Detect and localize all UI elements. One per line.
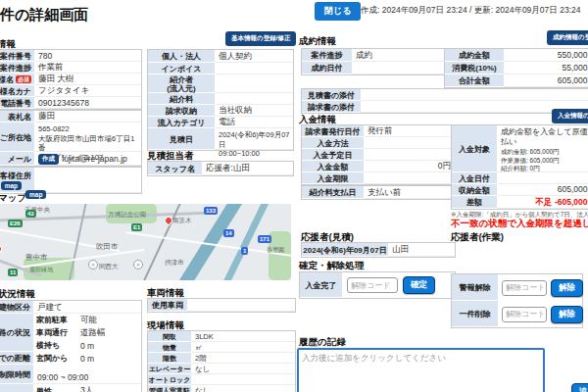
mail-value: 作成 fujita@re-japan.jp — [34, 152, 141, 166]
basic-table-left: 案件番号780 案件進捗作業前 お客様名必須藤田 大樹 お客様名カナフジタタイキ… — [0, 49, 142, 110]
shortfall-value: 不足 -605,000円 — [497, 196, 588, 209]
field-label: 請求書の添付 — [302, 101, 361, 113]
referrer-label-line2: (流入元) — [167, 84, 195, 93]
customer-address-map-button[interactable]: map — [1, 181, 22, 190]
field-value: ㎥ — [191, 342, 295, 353]
field-label: 収納金額 — [452, 184, 497, 196]
map-route-shield: 1 — [241, 247, 248, 255]
field-value — [364, 172, 455, 184]
map-label: 千里中央 — [24, 206, 50, 215]
field-label: 案件進捗 — [302, 49, 352, 62]
status-table: 建物区分戸建て 道路の状況 家前駐車可能 車両通行道路幅 横持ち0 m 家までの… — [0, 300, 142, 392]
field-label — [0, 384, 33, 392]
field-value: 0 m — [80, 352, 141, 365]
field-value: 戸建て — [33, 301, 141, 314]
field-label: 合計金額 — [445, 74, 504, 87]
page-title: 案件の詳細画面 — [0, 6, 88, 24]
customer-name-label: お客様名 — [0, 75, 14, 84]
field-value — [364, 149, 455, 161]
field-value: 550,000円 — [504, 49, 588, 62]
case-detail-page: { "page": { "title": "案件の詳細画面", "close_b… — [0, 0, 588, 392]
payment-target-main: 成約金額を入金して原価支払い — [501, 127, 588, 146]
map-route-shield: E1 — [131, 223, 142, 231]
basic-edit-button[interactable]: 基本情報の登録/修正 — [225, 31, 296, 46]
alarm-release-code-input[interactable] — [502, 280, 547, 296]
estimate-date-label: 見積日 — [148, 128, 215, 150]
field-value: 605,000円 — [497, 184, 588, 196]
created-updated-meta: 作成: 2024年09月07日 23:24 / 更新: 2024年09月07日 … — [361, 5, 580, 17]
close-button[interactable]: 閉じる — [315, 2, 361, 21]
confirm-button[interactable]: 確定 — [403, 276, 435, 294]
field-label: 紹介料支払日 — [302, 186, 364, 199]
field-label: 請求書発行日付 — [302, 125, 364, 137]
field-label: 表札名 — [0, 111, 34, 122]
field-value: 0 m — [80, 339, 141, 352]
history-add-button[interactable]: 追加 — [571, 383, 588, 392]
mail-address: fujita@re-japan.jp — [62, 154, 127, 164]
payment-target-detail: 成約金額: 605,000円 — [501, 148, 588, 157]
field-label: 成約金額 — [445, 49, 504, 62]
field-label: 使用車両 — [148, 299, 187, 312]
field-value: 09012345678 — [34, 97, 141, 109]
mail-create-button[interactable]: 作成 — [38, 154, 59, 165]
map-label: 南茨木 — [172, 217, 192, 225]
address-line: 大阪府吹田市山田市場6丁目1番 — [38, 134, 141, 153]
map-poi-icon: ✕ — [88, 260, 98, 270]
contract-edit-button[interactable]: 成約情報の登録/修正 — [547, 30, 588, 45]
field-value: なし — [191, 364, 295, 374]
field-value: 個人契約 — [215, 50, 293, 63]
payment-table-referral: 紹介料支払日支払い前 — [301, 185, 456, 200]
field-value: フジタタイキ — [34, 85, 141, 97]
field-label: 個人・法人 — [148, 50, 215, 63]
field-label: インボイス — [148, 63, 215, 74]
map-label: 摂津市 — [165, 259, 184, 268]
field-label: 入金方法 — [302, 137, 364, 149]
mail-label: メール — [0, 152, 34, 166]
payment-target-label: 入金対象 — [452, 125, 497, 172]
estimate-date-line: 09:00~10:00 — [219, 149, 293, 159]
supporter-name: 山田 — [388, 243, 455, 257]
contract-table-attach: 見積書の添付 請求書の添付 — [301, 88, 588, 114]
delete-one-code-input[interactable] — [502, 307, 547, 322]
payment-target-value: 成約金額を入金して原価支払い 成約金額: 605,000円 作業原価: 605,… — [497, 125, 588, 172]
field-label: 案件番号 — [0, 50, 34, 62]
field-value: 3LDK — [191, 331, 295, 342]
map-label: 関西大 — [99, 263, 119, 271]
delete-one-button[interactable]: 解除 — [551, 306, 583, 323]
history-textarea[interactable] — [297, 348, 545, 392]
field-value: なし — [191, 385, 295, 392]
field-value: 藤田 — [34, 111, 141, 122]
field-label: 差額 — [452, 196, 497, 209]
basic-table-custaddr: お客様住所 map — [0, 167, 142, 194]
field-value: 可能 — [80, 314, 141, 326]
payment-target-detail: 作業原価: 605,000円 — [501, 157, 588, 166]
payment-done-code-input[interactable] — [347, 277, 398, 293]
field-value: 支払い前 — [364, 186, 455, 199]
field-label: 消費税(10%) — [445, 62, 504, 74]
distance-label: 家までの距離 — [0, 352, 33, 365]
map-open-button[interactable]: map — [25, 190, 46, 199]
field-value — [352, 62, 455, 74]
alarm-release-label: 警報解除 — [452, 274, 498, 301]
field-label: 管理人室常駐 — [148, 385, 191, 392]
payment-edit-button[interactable]: 入金情報の登録/修正 — [552, 109, 588, 123]
field-label: 請求収納 — [148, 105, 215, 117]
field-label: 成約日付 — [302, 62, 352, 74]
referrer-label-line1: 紹介者 — [170, 75, 193, 84]
map-route-shield: 171 — [258, 235, 271, 243]
contract-table-money: 成約金額550,000円 消費税(10%)55,000円 合計金額605,000… — [444, 48, 588, 88]
map-pin — [0, 243, 4, 254]
basic-table-address: 表札名藤田 ご所在地 565-0822 大阪府吹田市山田市場6丁目1番 リーブソ… — [0, 110, 142, 167]
alarm-release-button[interactable]: 解除 — [551, 279, 583, 297]
payment-table-right: 入金対象 成約金額を入金して原価支払い 成約金額: 605,000円 作業原価:… — [451, 124, 588, 210]
field-label: 家前駐車 — [33, 314, 80, 326]
map-route-shield: E26 — [8, 220, 23, 227]
field-value — [361, 89, 588, 101]
map-image[interactable]: 43 E26 E1 133 14 171 1 11 ✕ ✕ 千里中央 万博記念公… — [0, 204, 291, 280]
field-label: エレベーター — [148, 364, 191, 374]
field-value — [34, 168, 141, 193]
payment-table-left: 請求書発行日付発行前 入金方法 入金予定日 入金金額0円 入金期限 — [301, 124, 456, 185]
field-label: 横持ち — [33, 339, 80, 352]
field-value: 発行前 — [364, 125, 455, 137]
field-label: 流入カテゴリ — [148, 117, 215, 128]
